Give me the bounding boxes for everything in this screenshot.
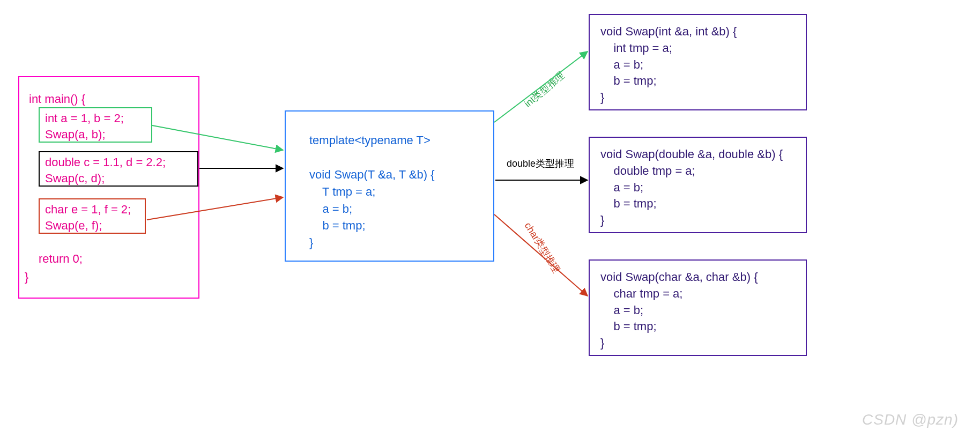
template-code: template<typename T> void Swap(T &a, T &… bbox=[309, 132, 435, 251]
code-int-call: int a = 1, b = 2; Swap(a, b); bbox=[45, 112, 124, 141]
diagram: int main() { int a = 1, b = 2; Swap(a, b… bbox=[0, 0, 980, 438]
main-title: int main() { bbox=[29, 92, 85, 106]
watermark: CSDN @pzn) bbox=[862, 411, 959, 428]
instantiation-int-box: void Swap(int &a, int &b) { int tmp = a;… bbox=[589, 14, 807, 110]
code-char-call: char e = 1, f = 2; Swap(e, f); bbox=[45, 203, 131, 232]
arrow-label-char: char类型推理 bbox=[522, 220, 563, 275]
arrow-label-double: double类型推理 bbox=[507, 157, 574, 170]
code-double-call: double c = 1.1, d = 2.2; Swap(c, d); bbox=[45, 155, 166, 185]
call-block-double: double c = 1.1, d = 2.2; Swap(c, d); bbox=[39, 151, 198, 187]
instantiation-double-code: void Swap(double &a, double &b) { double… bbox=[590, 138, 806, 237]
main-box: int main() { int a = 1, b = 2; Swap(a, b… bbox=[18, 76, 199, 299]
arrow-label-int: int类型推理 bbox=[522, 69, 567, 110]
call-block-int: int a = 1, b = 2; Swap(a, b); bbox=[39, 107, 152, 143]
instantiation-char-box: void Swap(char &a, char &b) { char tmp =… bbox=[589, 259, 807, 356]
instantiation-double-box: void Swap(double &a, double &b) { double… bbox=[589, 137, 807, 233]
call-block-char: char e = 1, f = 2; Swap(e, f); bbox=[39, 198, 146, 234]
template-box: template<typename T> void Swap(T &a, T &… bbox=[285, 110, 494, 262]
return-line: return 0; bbox=[39, 252, 83, 266]
instantiation-int-code: void Swap(int &a, int &b) { int tmp = a;… bbox=[590, 15, 806, 115]
main-close-brace: } bbox=[25, 270, 28, 284]
instantiation-char-code: void Swap(char &a, char &b) { char tmp =… bbox=[590, 261, 806, 360]
